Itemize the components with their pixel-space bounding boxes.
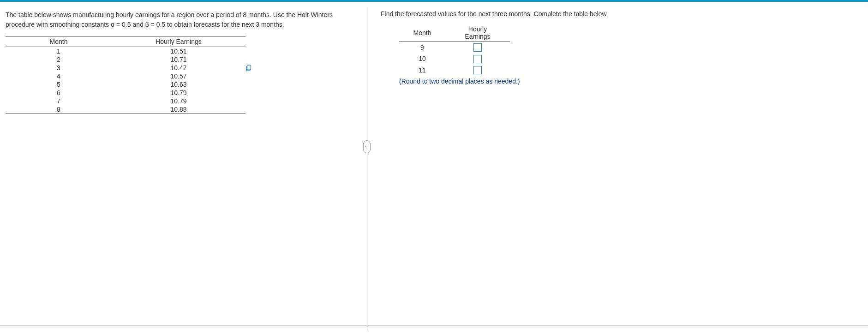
cell-earnings: 10.63 [112,80,245,89]
divider-handle-icon[interactable] [363,140,371,153]
right-panel: Find the forecasted values for the next … [362,2,614,336]
data-table: Month Hourly Earnings 1 10.51 2 10.71 3 [6,36,245,114]
cell-month: 2 [6,55,112,64]
forecast-month: 11 [399,65,445,76]
answer-input-10[interactable] [473,55,482,63]
cell-month: 7 [6,97,112,105]
cell-month: 4 [6,72,112,80]
data-table-header-earnings: Hourly Earnings [112,36,245,47]
forecast-header-earnings: Hourly Earnings [445,24,510,42]
cell-month: 1 [6,47,112,56]
forecast-row: 11 [399,65,510,76]
table-row: 4 10.57 [6,72,245,80]
table-row: 3 10.47 [6,64,245,72]
cell-earnings: 10.51 [112,47,245,56]
content-wrapper: The table below shows manufacturing hour… [0,2,868,336]
forecast-row: 9 [399,42,510,54]
table-row: 8 10.88 [6,105,245,114]
left-panel: The table below shows manufacturing hour… [0,2,362,336]
copy-icon[interactable] [245,65,252,71]
cell-month: 6 [6,89,112,97]
answer-input-11[interactable] [473,66,482,74]
cell-earnings: 10.79 [112,89,245,97]
cell-earnings: 10.88 [112,105,245,114]
instruction-text: Find the forecasted values for the next … [381,10,608,18]
forecast-header-month: Month [399,24,445,42]
cell-month: 5 [6,80,112,89]
svg-rect-0 [247,65,251,70]
table-row: 5 10.63 [6,80,245,89]
forecast-table: Month Hourly Earnings 9 10 11 [399,24,510,76]
forecast-row: 10 [399,53,510,64]
table-row: 7 10.79 [6,97,245,105]
cell-month: 3 [6,64,112,72]
problem-statement: The table below shows manufacturing hour… [6,10,357,30]
cell-earnings: 10.57 [112,72,245,80]
cell-earnings: 10.79 [112,97,245,105]
cell-month: 8 [6,105,112,114]
bottom-border [0,325,868,326]
cell-earnings: 10.71 [112,55,245,64]
rounding-hint: (Round to two decimal places as needed.) [399,78,608,85]
table-row: 1 10.51 [6,47,245,56]
cell-earnings: 10.47 [112,64,245,72]
data-table-header-month: Month [6,36,112,47]
answer-input-9[interactable] [473,43,482,52]
table-row: 2 10.71 [6,55,245,64]
table-row: 6 10.79 [6,89,245,97]
forecast-month: 9 [399,42,445,54]
forecast-month: 10 [399,53,445,64]
